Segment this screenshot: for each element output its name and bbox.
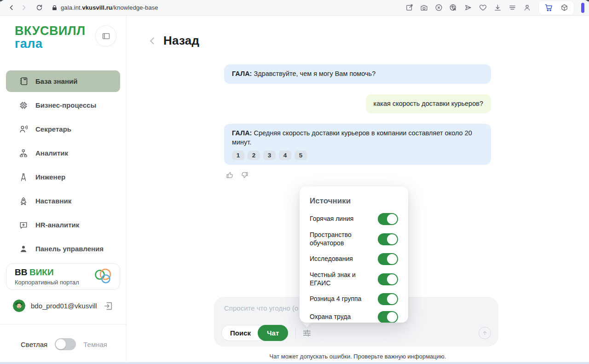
sidebar-item-admin-panel[interactable]: Панель управления bbox=[6, 238, 120, 260]
logout-icon[interactable] bbox=[103, 301, 113, 311]
person-voice-icon bbox=[18, 124, 29, 134]
menu-lines-icon[interactable] bbox=[507, 2, 518, 13]
chat-disclaimer: Чат может допускать ошибки. Проверьте ва… bbox=[127, 353, 589, 360]
sidebar-item-label: Секретарь bbox=[35, 125, 71, 133]
send-button[interactable] bbox=[479, 327, 491, 339]
source-toggle[interactable] bbox=[378, 253, 398, 265]
wiki-bb-label: BB bbox=[15, 267, 27, 277]
rocket-icon bbox=[18, 196, 29, 206]
source-toggle[interactable] bbox=[378, 293, 398, 305]
source-toggle[interactable] bbox=[378, 273, 398, 285]
source-toggle[interactable] bbox=[378, 233, 398, 245]
page-title: Назад bbox=[163, 34, 199, 48]
browser-window: gala.int.vkusvill.ru/knowledge-base bbox=[0, 0, 589, 362]
theme-toggle[interactable] bbox=[55, 338, 76, 350]
sidebar-nav: База знаний Бизнес-процессы Секретарь Ан… bbox=[0, 70, 126, 260]
user-email: bdo_prod01@vkusvill.... bbox=[31, 302, 98, 310]
translate-icon[interactable] bbox=[448, 2, 459, 13]
source-label: Охрана труда bbox=[310, 313, 351, 321]
source-row: Исследования bbox=[310, 253, 398, 265]
compass-icon bbox=[18, 172, 29, 182]
source-row: Пространство обучаторов bbox=[310, 231, 398, 247]
sidebar-item-label: Бизнес-процессы bbox=[35, 101, 96, 109]
profile-icon[interactable] bbox=[521, 2, 532, 13]
sidebar-item-knowledge-base[interactable]: База знаний bbox=[6, 70, 120, 92]
forward-nav-icon[interactable] bbox=[17, 2, 29, 14]
logo-line-2: гала bbox=[15, 38, 86, 51]
sidebar-item-secretary[interactable]: Секретарь bbox=[6, 118, 120, 140]
sidebar-item-label: База знаний bbox=[35, 77, 77, 85]
mode-chat-button[interactable]: Чат bbox=[258, 325, 288, 341]
download-icon[interactable] bbox=[492, 2, 503, 13]
side-panel-indicator[interactable] bbox=[581, 3, 584, 13]
source-toggle[interactable] bbox=[378, 213, 398, 225]
wiki-rings-icon bbox=[93, 268, 113, 285]
bot-prefix: ГАЛА: bbox=[232, 129, 252, 137]
mode-search-button[interactable]: Поиск bbox=[222, 329, 258, 337]
sidebar-panel-icon bbox=[101, 31, 111, 41]
sidebar-item-label: Наставник bbox=[35, 197, 71, 205]
feedback-row bbox=[224, 171, 491, 179]
sidebar: ВКУСВИЛЛ гала База знаний Бизнес-процесс… bbox=[0, 16, 127, 362]
citation-chip[interactable]: 1 bbox=[232, 150, 244, 160]
bot-prefix: ГАЛА: bbox=[232, 70, 252, 77]
sidebar-item-mentor[interactable]: Наставник bbox=[6, 190, 120, 212]
browser-toolbar: gala.int.vkusvill.ru/knowledge-base bbox=[0, 0, 589, 16]
citation-chip[interactable]: 3 bbox=[263, 150, 276, 160]
theme-switch-row: Светлая Темная bbox=[0, 338, 126, 362]
citation-chip[interactable]: 2 bbox=[248, 150, 260, 160]
sidebar-item-business-processes[interactable]: Бизнес-процессы bbox=[6, 94, 120, 116]
source-toggle[interactable] bbox=[378, 311, 398, 323]
bot-message-text: Здравствуйте, чем я могу Вам помочь? bbox=[254, 70, 375, 77]
chat-thread: ГАЛА: Здравствуйте, чем я могу Вам помоч… bbox=[224, 64, 491, 179]
heart-icon[interactable] bbox=[477, 2, 488, 13]
app-logo: ВКУСВИЛЛ гала bbox=[15, 25, 86, 50]
source-label: Исследования bbox=[310, 255, 353, 263]
logo-line-1: ВКУСВИЛЛ bbox=[15, 25, 86, 38]
bot-message-text: Средняя скорость доставки курьеров в ком… bbox=[232, 129, 472, 146]
bot-message: ГАЛА: Средняя скорость доставки курьеров… bbox=[224, 124, 491, 165]
wiki-portal-card[interactable]: BB ВИКИ Корпоративный портал bbox=[6, 263, 120, 290]
theme-light-label: Светлая bbox=[21, 341, 47, 348]
user-message: какая скорость доставки курьеров? bbox=[366, 94, 491, 114]
sidebar-item-label: Панель управления bbox=[35, 245, 104, 253]
send-plane-icon[interactable] bbox=[462, 2, 474, 13]
cart-icon[interactable] bbox=[543, 2, 554, 13]
thumbs-up-icon[interactable] bbox=[226, 171, 234, 179]
sidebar-item-analyst[interactable]: Аналитик bbox=[6, 142, 120, 164]
book-icon bbox=[18, 76, 29, 87]
source-row: Горячая линия bbox=[310, 213, 398, 225]
citation-chips: 1 2 3 4 5 bbox=[232, 150, 483, 160]
arrow-up-icon bbox=[482, 330, 488, 336]
mode-segmented-control: Поиск Чат bbox=[221, 325, 288, 341]
back-arrow-icon[interactable] bbox=[147, 36, 157, 46]
citation-chip[interactable]: 5 bbox=[294, 150, 307, 160]
sidebar-item-label: HR-аналитик bbox=[35, 221, 79, 229]
camera-icon[interactable] bbox=[418, 2, 429, 13]
thumbs-down-icon[interactable] bbox=[241, 171, 248, 179]
compose-icon[interactable] bbox=[404, 2, 415, 13]
back-header[interactable]: Назад bbox=[147, 34, 199, 48]
reload-icon[interactable] bbox=[33, 2, 45, 14]
sources-filter-icon[interactable] bbox=[302, 328, 312, 338]
source-row: Розница 4 группа bbox=[310, 293, 398, 305]
sidebar-item-engineer[interactable]: Инженер bbox=[6, 166, 120, 188]
user-account-row[interactable]: bdo_prod01@vkusvill.... bbox=[0, 300, 126, 312]
collapse-sidebar-button[interactable] bbox=[96, 26, 116, 46]
address-bar[interactable]: gala.int.vkusvill.ru/knowledge-base bbox=[52, 4, 404, 11]
chat-plus-icon bbox=[18, 220, 29, 230]
wiki-subtitle: Корпоративный портал bbox=[15, 279, 79, 286]
extension-icons bbox=[404, 1, 584, 15]
back-nav-icon[interactable] bbox=[6, 2, 17, 14]
flow-nodes-icon bbox=[18, 148, 29, 158]
main-content: Назад ГАЛА: Здравствуйте, чем я могу Вам… bbox=[127, 16, 589, 362]
controls-divider bbox=[295, 328, 296, 339]
package-icon[interactable] bbox=[559, 2, 570, 13]
source-label: Пространство обучаторов bbox=[310, 231, 366, 247]
sidebar-item-hr-analyst[interactable]: HR-аналитик bbox=[6, 214, 120, 236]
source-row: Честный знак и ЕГАИС bbox=[310, 271, 398, 287]
url-text: gala.int.vkusvill.ru/knowledge-base bbox=[61, 4, 158, 11]
citation-chip[interactable]: 4 bbox=[279, 150, 291, 160]
user-avatar bbox=[13, 300, 25, 312]
shield-block-icon[interactable] bbox=[433, 2, 444, 13]
